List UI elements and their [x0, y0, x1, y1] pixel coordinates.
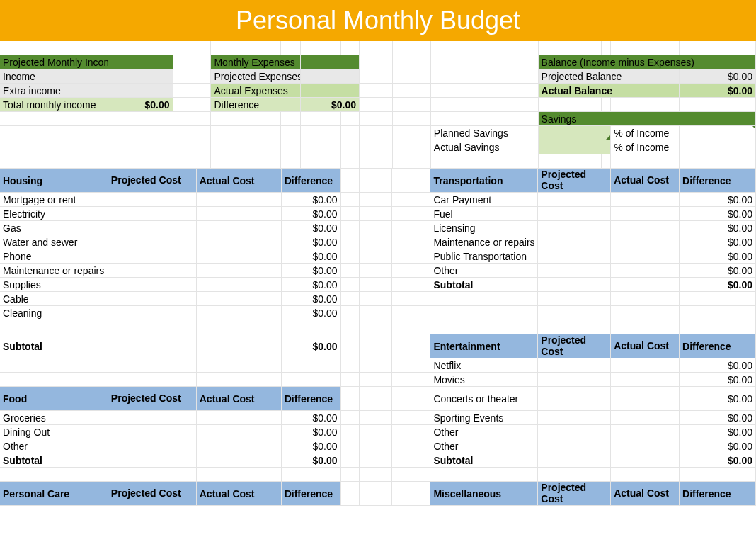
- proj-cost-cell[interactable]: [108, 439, 197, 453]
- diff-cell: $0.00: [282, 249, 341, 264]
- col-actual-cost: Actual Cost: [197, 169, 282, 193]
- col-difference: Difference: [282, 169, 341, 193]
- proj-cost-cell[interactable]: [108, 292, 197, 306]
- table-row: Other: [430, 264, 538, 278]
- income-value[interactable]: [108, 69, 173, 84]
- table-row: Electricity: [0, 207, 108, 221]
- actual-savings-value[interactable]: [539, 140, 612, 154]
- actual-cost-cell[interactable]: [611, 235, 680, 249]
- actual-cost-cell[interactable]: [611, 221, 680, 235]
- proj-cost-cell[interactable]: [108, 207, 197, 221]
- proj-cost-cell[interactable]: [538, 387, 611, 411]
- actual-cost-cell[interactable]: [611, 358, 680, 373]
- table-row: Cleaning: [0, 306, 108, 320]
- proj-cost-cell[interactable]: [108, 306, 197, 320]
- actual-cost-cell[interactable]: [197, 306, 282, 320]
- diff-cell: $0.00: [680, 358, 756, 373]
- section-savings-header: Savings: [539, 112, 756, 126]
- diff-exp-value: $0.00: [301, 98, 360, 112]
- diff-cell: $0.00: [282, 264, 341, 278]
- diff-cell: $0.00: [282, 334, 341, 358]
- planned-savings-pct[interactable]: [680, 126, 756, 140]
- proj-cost-cell[interactable]: [108, 249, 197, 264]
- diff-cell: $0.00: [282, 411, 341, 425]
- proj-cost-cell[interactable]: [538, 264, 611, 278]
- proj-cost-cell[interactable]: [538, 193, 611, 207]
- actual-cost-cell[interactable]: [611, 278, 680, 292]
- table-row: Cable: [0, 292, 108, 306]
- diff-cell: $0.00: [282, 306, 341, 320]
- col-difference-2: Difference: [680, 169, 756, 193]
- diff-cell: $0.00: [680, 249, 756, 264]
- proj-cost-cell[interactable]: [538, 439, 611, 453]
- actual-cost-cell[interactable]: [197, 425, 282, 439]
- diff-exp-label: Difference: [211, 98, 301, 112]
- proj-cost-cell[interactable]: [538, 207, 611, 221]
- actual-cost-cell[interactable]: [197, 334, 282, 358]
- actual-cost-cell[interactable]: [611, 439, 680, 453]
- actual-cost-cell[interactable]: [197, 207, 282, 221]
- proj-cost-cell[interactable]: [108, 264, 197, 278]
- table-row: Movies: [430, 373, 538, 387]
- table-row: Groceries: [0, 411, 108, 425]
- proj-cost-cell[interactable]: [538, 453, 611, 468]
- table-row: Other: [430, 439, 538, 453]
- actual-cost-cell[interactable]: [197, 249, 282, 264]
- table-row: Maintenance or repairs: [0, 264, 108, 278]
- proj-cost-cell[interactable]: [108, 425, 197, 439]
- table-row: Subtotal: [0, 453, 108, 468]
- proj-cost-cell[interactable]: [108, 334, 197, 358]
- actual-cost-cell[interactable]: [197, 264, 282, 278]
- act-bal-label: Actual Balance: [539, 84, 680, 98]
- proj-cost-cell[interactable]: [538, 278, 611, 292]
- proj-cost-cell[interactable]: [538, 373, 611, 387]
- actual-cost-cell[interactable]: [197, 235, 282, 249]
- table-row: Phone: [0, 249, 108, 264]
- section-balance-header: Balance (Income minus Expenses): [539, 55, 756, 69]
- proj-cost-cell[interactable]: [108, 221, 197, 235]
- actual-cost-cell[interactable]: [611, 387, 680, 411]
- actual-cost-cell[interactable]: [197, 292, 282, 306]
- section-expenses-header: Monthly Expenses: [211, 55, 301, 69]
- proj-cost-cell[interactable]: [538, 358, 611, 373]
- actual-cost-cell[interactable]: [611, 264, 680, 278]
- proj-cost-cell[interactable]: [538, 249, 611, 264]
- table-row: Netflix: [430, 358, 538, 373]
- proj-cost-cell[interactable]: [108, 235, 197, 249]
- table-row: Other: [0, 439, 108, 453]
- actual-cost-cell[interactable]: [197, 439, 282, 453]
- actual-cost-cell[interactable]: [197, 453, 282, 468]
- proj-cost-cell[interactable]: [538, 411, 611, 425]
- actual-cost-cell[interactable]: [197, 193, 282, 207]
- table-row: Public Transportation: [430, 249, 538, 264]
- proj-cost-cell[interactable]: [108, 193, 197, 207]
- proj-bal-value: $0.00: [680, 69, 756, 84]
- col-proj-cost-2: Projected Cost: [538, 169, 611, 193]
- actual-cost-cell[interactable]: [611, 453, 680, 468]
- proj-cost-cell[interactable]: [108, 411, 197, 425]
- actual-cost-cell[interactable]: [197, 278, 282, 292]
- actual-cost-cell[interactable]: [611, 207, 680, 221]
- actual-cost-cell[interactable]: [611, 249, 680, 264]
- proj-cost-cell[interactable]: [538, 221, 611, 235]
- actual-cost-cell[interactable]: [611, 411, 680, 425]
- actual-cost-cell[interactable]: [611, 425, 680, 439]
- act-exp-value[interactable]: [301, 84, 360, 98]
- extra-income-value[interactable]: [108, 84, 173, 98]
- actual-cost-cell[interactable]: [611, 193, 680, 207]
- proj-cost-cell[interactable]: [538, 235, 611, 249]
- proj-cost-cell[interactable]: [538, 425, 611, 439]
- actual-savings-pct[interactable]: [680, 140, 756, 154]
- section-income-header: Projected Monthly Income: [0, 55, 108, 69]
- actual-cost-cell[interactable]: [197, 221, 282, 235]
- proj-cost-cell[interactable]: [108, 278, 197, 292]
- planned-savings-value[interactable]: [539, 126, 612, 140]
- proj-exp-value[interactable]: [301, 69, 360, 84]
- diff-cell: $0.00: [680, 207, 756, 221]
- actual-cost-cell[interactable]: [611, 373, 680, 387]
- table-row: Gas: [0, 221, 108, 235]
- diff-cell: $0.00: [282, 207, 341, 221]
- col-proj-cost: Projected Cost: [108, 169, 197, 193]
- proj-cost-cell[interactable]: [108, 453, 197, 468]
- actual-cost-cell[interactable]: [197, 411, 282, 425]
